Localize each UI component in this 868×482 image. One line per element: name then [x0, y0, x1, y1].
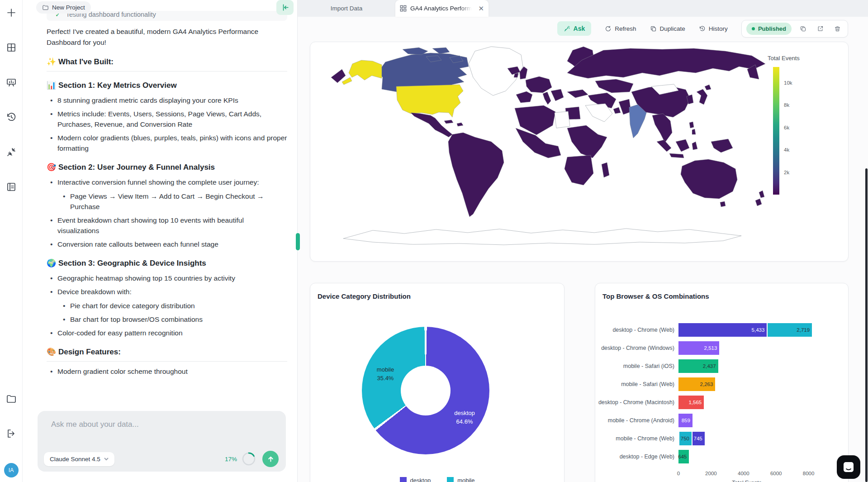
bar-track: 2,437: [678, 359, 815, 373]
legend-swatch: [447, 477, 454, 482]
delete-button[interactable]: [831, 23, 843, 34]
x-axis-tick: 4000: [738, 471, 749, 476]
legend-tick: 2k: [784, 170, 789, 175]
bullet-list: Modern gradient color scheme throughout: [57, 366, 287, 377]
bar-segment[interactable]: 859: [678, 414, 693, 427]
breadcrumb-project[interactable]: New Project: [36, 1, 91, 14]
bullet-item: Color-coded for easy pattern recognition: [57, 328, 287, 338]
project-name: New Project: [52, 4, 85, 11]
history-button[interactable]: History: [699, 25, 728, 32]
tab-import-data[interactable]: Import Data: [298, 0, 395, 17]
world-choropleth-map[interactable]: [314, 45, 789, 253]
donut-legend-item[interactable]: mobile: [447, 477, 474, 482]
legend-tick: 8k: [784, 102, 789, 108]
bar-segment[interactable]: 645: [678, 450, 689, 463]
bar-segment[interactable]: 750: [679, 432, 692, 445]
intercom-chat-button[interactable]: [837, 455, 860, 479]
x-axis-tick: 0: [677, 471, 680, 476]
donut-legend-item[interactable]: desktop: [400, 477, 431, 482]
bar-track: 2,263: [678, 377, 815, 391]
new-chat-icon[interactable]: [6, 7, 17, 18]
open-external-button[interactable]: [814, 23, 826, 34]
bullet-item: 8 stunning gradient metric cards display…: [57, 95, 287, 105]
refresh-button[interactable]: Refresh: [605, 25, 636, 32]
section-heading: ✨ What I've Built:: [47, 57, 287, 67]
bar-segment[interactable]: 2,513: [678, 341, 719, 355]
bar-category-label: mobile - Safari (Web): [595, 381, 678, 387]
chat-message-area[interactable]: ✓Testing dashboard functionalityPerfect!…: [47, 11, 287, 411]
bar-value-label: 2,263: [700, 382, 716, 387]
donut-label-mobile: mobile35.4%: [377, 365, 394, 382]
section-heading: 🎯 Section 2: User Journey & Funnel Analy…: [47, 162, 287, 172]
close-tab-icon[interactable]: ✕: [478, 5, 484, 13]
bar-segment[interactable]: 745: [693, 432, 705, 445]
bar-value-label: 859: [682, 418, 693, 423]
folder-icon[interactable]: [6, 393, 17, 404]
viridis-colorbar: [773, 67, 779, 195]
bar-segment[interactable]: 2,719: [768, 323, 812, 337]
connections-plug-icon[interactable]: [6, 147, 17, 157]
tab-bar: Import Data GA4 Analytics Performance D …: [298, 0, 868, 17]
legend-swatch: [400, 477, 407, 482]
presentation-chart-icon[interactable]: [6, 77, 17, 88]
publish-actions-group: Published: [741, 20, 848, 38]
legend-tick: 4k: [784, 147, 789, 153]
scrollbar-thumb[interactable]: [865, 168, 868, 482]
nested-bullet-item: Bar chart for top browser/OS combination…: [70, 314, 287, 325]
model-name: Claude Sonnet 4.5: [50, 456, 100, 463]
refresh-icon: [605, 25, 612, 32]
collapse-panel-button[interactable]: [276, 0, 294, 15]
dashboard-area: Import Data GA4 Analytics Performance D …: [298, 0, 868, 482]
bar-chart-x-axis: 02000400060008000: [678, 471, 815, 477]
bullet-item: Event breakdown chart showing top 10 eve…: [57, 215, 287, 236]
bar-chart[interactable]: desktop - Chrome (Web)5,4332,719desktop …: [595, 323, 848, 468]
bar-segment[interactable]: 1,565: [678, 396, 704, 409]
tab-import-data-label: Import Data: [331, 5, 363, 12]
donut-label-desktop: desktop64.6%: [454, 409, 475, 426]
duplicate-button[interactable]: Duplicate: [650, 25, 685, 32]
bar-value-label: 750: [681, 436, 692, 441]
collapse-left-icon: [281, 3, 289, 12]
assistant-paragraph: Perfect! I've created a beautiful, moder…: [47, 26, 287, 48]
device-distribution-card: Device Category Distribution mobile35.4%…: [310, 283, 564, 482]
history-icon[interactable]: [6, 112, 17, 123]
magic-wand-icon: [564, 25, 570, 32]
bar-segment[interactable]: 2,263: [678, 377, 715, 391]
bar-value-label: 645: [678, 454, 689, 459]
copy-link-button[interactable]: [797, 23, 809, 34]
bullet-list: 8 stunning gradient metric cards display…: [57, 95, 287, 153]
tab-ga4-dashboard[interactable]: GA4 Analytics Performance D ✕: [395, 0, 489, 17]
apps-grid-icon[interactable]: [6, 42, 17, 53]
bullet-item: Modern color gradients (blues, purples, …: [57, 133, 287, 153]
x-axis-tick: 6000: [770, 471, 782, 476]
project-folder-icon: [42, 4, 49, 11]
ask-button[interactable]: Ask: [557, 21, 592, 36]
legend-label: desktop: [410, 477, 431, 482]
bullet-item: Conversion rate callouts between each fu…: [57, 239, 287, 249]
notebook-icon[interactable]: [6, 181, 17, 192]
icon-rail: IA: [0, 0, 23, 482]
model-selector[interactable]: Claude Sonnet 4.5: [44, 452, 114, 466]
bar-category-label: desktop - Chrome (Windows): [595, 345, 678, 351]
bar-row: desktop - Chrome (Macintosh)1,565: [595, 396, 848, 409]
composer-bottom-row: Claude Sonnet 4.5 17%: [44, 451, 279, 467]
published-dot: [752, 27, 755, 30]
chevron-down-icon: [104, 457, 109, 461]
bar-category-label: desktop - Edge (Web): [595, 453, 678, 460]
panel-resize-handle[interactable]: [296, 233, 300, 250]
chat-input[interactable]: Ask me about your data...: [51, 420, 278, 429]
version-history-icon: [699, 25, 706, 32]
send-button[interactable]: [262, 451, 279, 467]
nested-bullet-list: Pie chart for device category distributi…: [70, 301, 287, 325]
bar-track: 859: [678, 414, 815, 427]
bar-row: desktop - Chrome (Web)5,4332,719: [595, 323, 848, 337]
bar-value-label: 1,565: [688, 400, 704, 405]
logout-icon[interactable]: [6, 428, 17, 439]
published-status-badge[interactable]: Published: [746, 23, 792, 35]
bullet-item: Metrics include: Events, Users, Sessions…: [57, 109, 287, 129]
bar-segment[interactable]: 5,433: [678, 323, 767, 337]
bar-segment[interactable]: 2,437: [678, 359, 718, 373]
user-avatar[interactable]: IA: [4, 463, 19, 477]
bullet-item: Modern gradient color scheme throughout: [57, 366, 287, 377]
bar-row: mobile - Chrome (Web)750745: [595, 432, 848, 445]
